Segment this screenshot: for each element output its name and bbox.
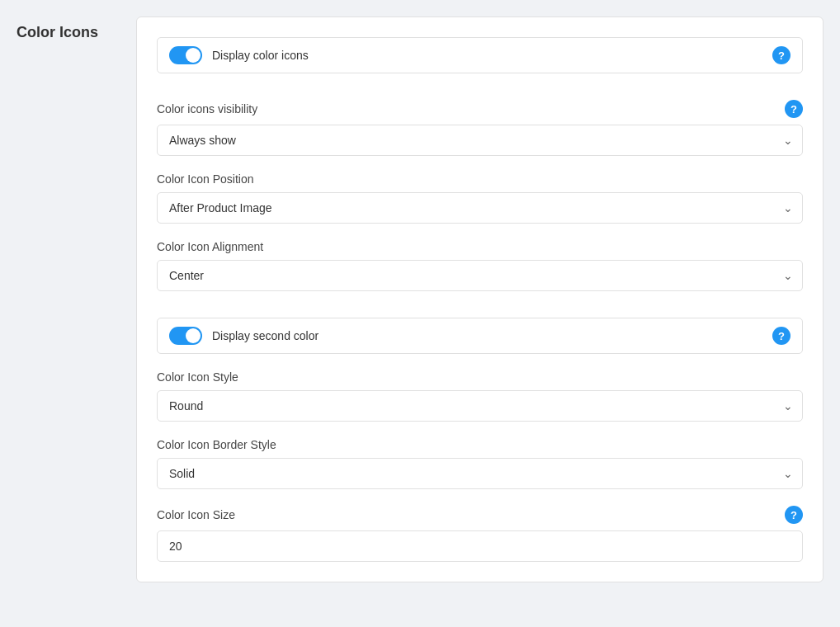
color-icon-position-label-row: Color Icon Position (157, 172, 803, 186)
main-content: Display color icons ? Color icons visibi… (136, 0, 840, 627)
color-icon-style-row: Color Icon Style Round Square Rounded Sq… (157, 370, 803, 422)
color-icon-border-style-label-row: Color Icon Border Style (157, 438, 803, 451)
color-icon-size-input[interactable] (157, 530, 803, 562)
color-icon-alignment-label: Color Icon Alignment (157, 240, 263, 253)
color-icons-visibility-label-row: Color icons visibility ? (157, 100, 803, 118)
display-color-icons-toggle[interactable] (169, 46, 202, 64)
display-color-icons-help-icon[interactable]: ? (772, 46, 790, 64)
color-icon-style-label-row: Color Icon Style (157, 370, 803, 384)
color-icons-visibility-help-icon[interactable]: ? (785, 100, 803, 118)
color-icon-size-label-row: Color Icon Size ? (157, 506, 803, 524)
color-icon-position-select[interactable]: After Product Image Before Product Image… (157, 192, 803, 224)
page-title: Color Icons (17, 23, 120, 42)
display-color-icons-label: Display color icons (212, 49, 309, 62)
color-icon-alignment-select[interactable]: Center Left Right (157, 260, 803, 291)
display-second-color-row: Display second color ? (157, 318, 803, 354)
color-icon-border-style-label: Color Icon Border Style (157, 438, 276, 451)
color-icon-position-label: Color Icon Position (157, 172, 254, 186)
sidebar: Color Icons (0, 0, 136, 627)
settings-panel: Display color icons ? Color icons visibi… (136, 16, 823, 582)
color-icon-position-select-wrapper: After Product Image Before Product Image… (157, 192, 803, 224)
color-icons-visibility-select-wrapper: Always show On hover Never ⌄ (157, 125, 803, 156)
color-icon-size-row: Color Icon Size ? (157, 506, 803, 562)
color-icon-style-select-wrapper: Round Square Rounded Square ⌄ (157, 390, 803, 422)
display-color-icons-toggle-row: Display color icons ? (157, 37, 803, 73)
color-icons-visibility-label: Color icons visibility (157, 102, 257, 116)
color-icon-alignment-row: Color Icon Alignment Center Left Right ⌄ (157, 240, 803, 291)
color-icon-style-select[interactable]: Round Square Rounded Square (157, 390, 803, 422)
toggle-left: Display color icons (169, 46, 309, 64)
display-second-color-toggle-row: Display second color ? (157, 318, 803, 354)
color-icon-border-style-select-wrapper: Solid Dashed Dotted None ⌄ (157, 458, 803, 489)
color-icon-size-label: Color Icon Size (157, 508, 235, 521)
display-second-color-label: Display second color (212, 329, 319, 342)
display-second-color-toggle[interactable] (169, 327, 202, 345)
color-icon-border-style-row: Color Icon Border Style Solid Dashed Dot… (157, 438, 803, 489)
color-icon-size-help-icon[interactable]: ? (785, 506, 803, 524)
color-icon-border-style-select[interactable]: Solid Dashed Dotted None (157, 458, 803, 489)
color-icon-style-label: Color Icon Style (157, 370, 238, 384)
toggle-left-second: Display second color (169, 327, 319, 345)
display-color-icons-row: Display color icons ? (157, 37, 803, 73)
color-icon-alignment-label-row: Color Icon Alignment (157, 240, 803, 253)
color-icon-alignment-select-wrapper: Center Left Right ⌄ (157, 260, 803, 291)
display-second-color-help-icon[interactable]: ? (772, 327, 790, 345)
color-icons-visibility-row: Color icons visibility ? Always show On … (157, 100, 803, 156)
color-icons-visibility-select[interactable]: Always show On hover Never (157, 125, 803, 156)
color-icon-position-row: Color Icon Position After Product Image … (157, 172, 803, 224)
